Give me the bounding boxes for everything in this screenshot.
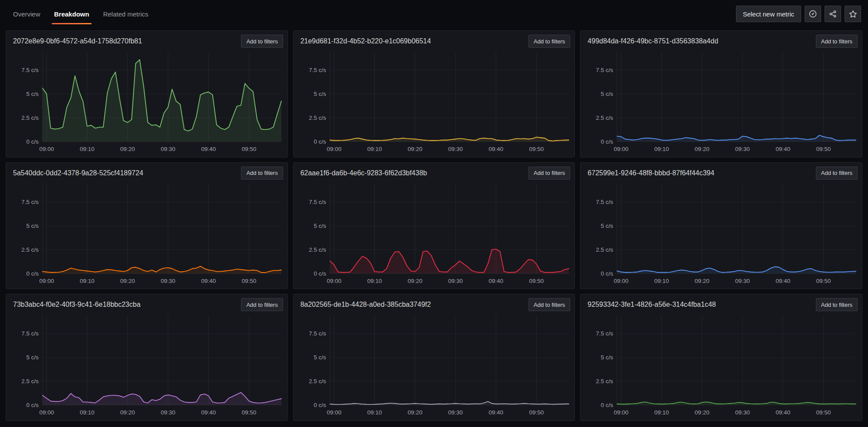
- panel-header: 8a202565-de1b-4428-a0ed-385cba3749f2 Add…: [294, 294, 575, 311]
- panel-header: 672599e1-9246-48f8-bbbd-87f64f44c394 Add…: [581, 163, 862, 180]
- time-series-chart[interactable]: 0 c/s2.5 c/s5 c/s7.5 c/s09:0009:1009:200…: [6, 180, 287, 289]
- svg-text:09:50: 09:50: [816, 409, 831, 416]
- svg-text:09:40: 09:40: [488, 278, 503, 284]
- svg-text:09:10: 09:10: [367, 278, 382, 284]
- svg-text:09:40: 09:40: [488, 409, 503, 416]
- svg-text:2.5 c/s: 2.5 c/s: [21, 115, 39, 121]
- svg-text:09:00: 09:00: [614, 146, 629, 152]
- metric-panel: 21e9d681-f32d-4b52-b220-e1c069b06514 Add…: [293, 30, 575, 158]
- time-series-chart[interactable]: 0 c/s2.5 c/s5 c/s7.5 c/s09:0009:1009:200…: [581, 311, 862, 420]
- svg-text:09:20: 09:20: [695, 278, 710, 284]
- svg-text:09:10: 09:10: [80, 278, 95, 284]
- time-series-chart[interactable]: 0 c/s2.5 c/s5 c/s7.5 c/s09:0009:1009:200…: [294, 180, 575, 289]
- svg-text:7.5 c/s: 7.5 c/s: [596, 330, 614, 337]
- panel-header: 2072e8e9-0bf6-4572-a54d-1758d270fb81 Add…: [6, 31, 287, 48]
- svg-text:09:40: 09:40: [776, 278, 791, 284]
- svg-text:09:20: 09:20: [120, 146, 135, 152]
- svg-text:09:50: 09:50: [529, 146, 544, 152]
- svg-text:0 c/s: 0 c/s: [601, 402, 614, 408]
- svg-text:5 c/s: 5 c/s: [26, 354, 39, 361]
- svg-text:09:50: 09:50: [242, 146, 257, 152]
- time-series-chart[interactable]: 0 c/s2.5 c/s5 c/s7.5 c/s09:0009:1009:200…: [294, 311, 575, 420]
- metric-panels-grid: 2072e8e9-0bf6-4572-a54d-1758d270fb81 Add…: [0, 28, 868, 427]
- add-to-filters-button[interactable]: Add to filters: [528, 298, 570, 311]
- metric-panel: 2072e8e9-0bf6-4572-a54d-1758d270fb81 Add…: [6, 30, 288, 158]
- tab-breakdown[interactable]: Breakdown: [47, 0, 96, 28]
- svg-text:5 c/s: 5 c/s: [26, 223, 39, 229]
- add-to-filters-button[interactable]: Add to filters: [528, 35, 570, 48]
- svg-text:2.5 c/s: 2.5 c/s: [309, 246, 326, 253]
- svg-text:09:30: 09:30: [735, 146, 750, 152]
- tab-related-metrics[interactable]: Related metrics: [96, 0, 155, 28]
- metric-panel: 5a540ddc-0dd2-4378-9a28-525cf4189724 Add…: [6, 162, 288, 289]
- tab-bar: Overview Breakdown Related metrics: [6, 0, 155, 28]
- time-series-chart[interactable]: 0 c/s2.5 c/s5 c/s7.5 c/s09:0009:1009:200…: [581, 180, 862, 289]
- svg-text:7.5 c/s: 7.5 c/s: [596, 67, 614, 73]
- compass-icon: [809, 10, 817, 18]
- svg-text:09:40: 09:40: [488, 146, 503, 152]
- panel-title: 2072e8e9-0bf6-4572-a54d-1758d270fb81: [13, 37, 142, 45]
- svg-text:09:30: 09:30: [161, 409, 175, 416]
- add-to-filters-button[interactable]: Add to filters: [241, 35, 283, 48]
- svg-text:0 c/s: 0 c/s: [314, 270, 326, 276]
- toolbar: Select new metric: [736, 6, 861, 22]
- svg-text:09:50: 09:50: [529, 278, 544, 284]
- share-icon: [828, 10, 837, 18]
- tab-breakdown-label: Breakdown: [54, 10, 89, 18]
- svg-text:09:10: 09:10: [80, 409, 95, 416]
- svg-text:09:40: 09:40: [201, 409, 216, 416]
- svg-text:5 c/s: 5 c/s: [601, 354, 614, 361]
- svg-text:5 c/s: 5 c/s: [314, 223, 326, 229]
- svg-text:09:20: 09:20: [695, 409, 710, 416]
- add-to-filters-button[interactable]: Add to filters: [816, 167, 858, 180]
- svg-text:0 c/s: 0 c/s: [601, 138, 614, 145]
- add-to-filters-button[interactable]: Add to filters: [241, 167, 283, 180]
- add-to-filters-button[interactable]: Add to filters: [528, 167, 570, 180]
- top-navigation: Overview Breakdown Related metrics Selec…: [0, 0, 868, 28]
- svg-text:09:20: 09:20: [120, 278, 135, 284]
- svg-text:2.5 c/s: 2.5 c/s: [21, 378, 39, 384]
- panel-header: 499d84da-f426-49bc-8751-d3563838a4dd Add…: [581, 31, 862, 48]
- star-icon: [848, 10, 858, 19]
- svg-text:09:00: 09:00: [614, 278, 629, 284]
- svg-text:09:00: 09:00: [39, 146, 54, 152]
- time-series-chart[interactable]: 0 c/s2.5 c/s5 c/s7.5 c/s09:0009:1009:200…: [294, 48, 575, 157]
- svg-text:09:50: 09:50: [816, 146, 831, 152]
- svg-text:5 c/s: 5 c/s: [314, 354, 326, 361]
- svg-text:09:00: 09:00: [39, 278, 54, 284]
- time-series-chart[interactable]: 0 c/s2.5 c/s5 c/s7.5 c/s09:0009:1009:200…: [581, 48, 862, 157]
- add-to-filters-button[interactable]: Add to filters: [816, 298, 858, 311]
- svg-text:5 c/s: 5 c/s: [601, 223, 614, 229]
- tab-overview[interactable]: Overview: [6, 0, 47, 28]
- share-button[interactable]: [825, 6, 841, 22]
- svg-text:09:00: 09:00: [614, 409, 629, 416]
- add-to-filters-button[interactable]: Add to filters: [816, 35, 858, 48]
- svg-text:09:00: 09:00: [39, 409, 54, 416]
- time-series-chart[interactable]: 0 c/s2.5 c/s5 c/s7.5 c/s09:0009:1009:200…: [6, 48, 287, 157]
- select-new-metric-button[interactable]: Select new metric: [736, 6, 801, 22]
- svg-text:7.5 c/s: 7.5 c/s: [21, 199, 39, 205]
- panel-header: 21e9d681-f32d-4b52-b220-e1c069b06514 Add…: [294, 31, 575, 48]
- time-series-chart[interactable]: 0 c/s2.5 c/s5 c/s7.5 c/s09:0009:1009:200…: [6, 311, 287, 420]
- svg-text:09:30: 09:30: [735, 409, 750, 416]
- tab-overview-label: Overview: [13, 10, 40, 18]
- explore-button[interactable]: [805, 6, 821, 22]
- svg-text:09:10: 09:10: [654, 409, 669, 416]
- svg-text:5 c/s: 5 c/s: [26, 91, 39, 97]
- bookmark-button[interactable]: [845, 6, 861, 22]
- svg-text:09:10: 09:10: [367, 409, 382, 416]
- svg-text:0 c/s: 0 c/s: [314, 138, 326, 145]
- panel-title: 62aae1f6-da6b-4e6c-9283-6f62d3bf438b: [300, 169, 427, 177]
- svg-text:09:00: 09:00: [327, 146, 341, 152]
- metric-panel: 62aae1f6-da6b-4e6c-9283-6f62d3bf438b Add…: [293, 162, 575, 289]
- svg-text:7.5 c/s: 7.5 c/s: [309, 199, 326, 205]
- svg-text:7.5 c/s: 7.5 c/s: [309, 67, 326, 73]
- svg-text:09:20: 09:20: [408, 278, 422, 284]
- svg-text:0 c/s: 0 c/s: [601, 270, 614, 276]
- svg-text:0 c/s: 0 c/s: [314, 402, 326, 408]
- panel-title: 73b3abc4-f0e2-40f3-9c41-6e18bbc23cba: [13, 301, 141, 309]
- svg-text:5 c/s: 5 c/s: [601, 91, 614, 97]
- add-to-filters-button[interactable]: Add to filters: [241, 298, 283, 311]
- svg-text:2.5 c/s: 2.5 c/s: [21, 246, 39, 253]
- panel-title: 92593342-3fe1-4826-a56e-314c4fba1c48: [587, 301, 716, 309]
